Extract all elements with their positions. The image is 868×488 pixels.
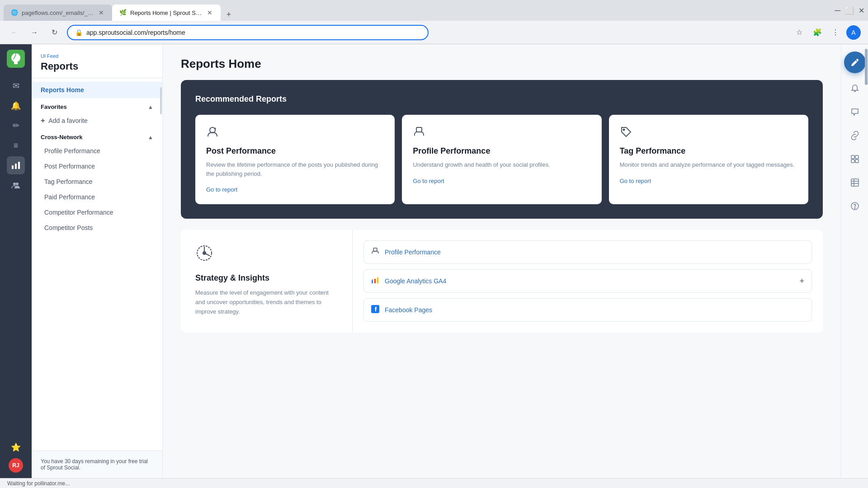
- lock-icon: 🔒: [75, 29, 83, 36]
- strategy-right-panel: Profile Performance: [353, 230, 823, 333]
- strategy-row-profile-label: Profile Performance: [385, 249, 441, 256]
- user-avatar[interactable]: RJ: [9, 458, 23, 473]
- favorites-label: Favorites: [41, 103, 67, 110]
- profile-performance-icon: [413, 126, 590, 141]
- recommended-reports-grid: Post Performance Review the lifetime per…: [195, 115, 808, 204]
- sidebar-item-competitor-performance[interactable]: Competitor Performance: [32, 205, 162, 220]
- browser-tab-2[interactable]: 🌿 Reports Home | Sprout Social ✕: [112, 5, 221, 21]
- new-tab-button[interactable]: +: [222, 8, 235, 21]
- address-bar[interactable]: 🔒 app.sproutsocial.com/reports/home: [67, 25, 429, 40]
- svg-point-8: [623, 129, 624, 131]
- rail-icon-star[interactable]: ⭐: [7, 438, 25, 456]
- svg-rect-7: [416, 127, 422, 132]
- right-rail-grid[interactable]: [847, 151, 863, 167]
- profile-performance-card[interactable]: Profile Performance Understand growth an…: [402, 115, 601, 204]
- rail-icon-calendar[interactable]: ≡: [7, 136, 25, 155]
- post-performance-card-title: Post Performance: [206, 146, 384, 156]
- sidebar-section-cross-network[interactable]: Cross-Network ▲: [32, 128, 162, 143]
- sidebar-header: UI Feed Reports: [32, 44, 162, 78]
- svg-rect-11: [373, 248, 377, 251]
- svg-rect-22: [851, 179, 859, 186]
- post-performance-icon: [206, 126, 384, 141]
- strategy-row-profile-icon: [371, 247, 379, 257]
- tag-performance-card[interactable]: Tag Performance Monitor trends and analy…: [609, 115, 808, 204]
- right-rail-chat[interactable]: [847, 104, 863, 120]
- svg-rect-18: [851, 155, 854, 159]
- post-performance-card-link[interactable]: Go to report: [206, 186, 237, 193]
- sidebar-item-reports-home[interactable]: Reports Home: [32, 82, 162, 98]
- sidebar-title: Reports: [41, 61, 153, 72]
- svg-point-27: [854, 208, 855, 209]
- sprout-logo[interactable]: [7, 50, 25, 68]
- svg-point-15: [372, 279, 373, 280]
- ui-feed-link[interactable]: UI Feed: [41, 53, 153, 59]
- strategy-row-google-label: Google Analytics GA4: [385, 277, 446, 285]
- svg-rect-3: [18, 162, 20, 169]
- window-minimize[interactable]: ─: [835, 6, 840, 15]
- add-favorite-label: Add a favorite: [48, 117, 87, 124]
- forward-button[interactable]: →: [27, 25, 42, 40]
- sidebar-item-paid-performance[interactable]: Paid Performance: [32, 189, 162, 205]
- favorites-chevron: ▲: [148, 104, 153, 110]
- main-scrollbar-thumb: [865, 49, 868, 85]
- main-header: Reports Home: [163, 44, 841, 80]
- window-maximize[interactable]: ⬜: [845, 6, 854, 15]
- page-title: Reports Home: [181, 57, 823, 71]
- tab-close-2[interactable]: ✕: [206, 8, 213, 17]
- add-favorite-button[interactable]: + Add a favorite: [32, 113, 162, 128]
- chrome-profile-button[interactable]: A: [846, 25, 861, 40]
- sidebar-section-favorites[interactable]: Favorites ▲: [32, 98, 162, 113]
- svg-rect-13: [374, 279, 376, 283]
- post-performance-card[interactable]: Post Performance Review the lifetime per…: [195, 115, 395, 204]
- main-scrollbar-track[interactable]: [864, 44, 868, 442]
- cross-network-chevron: ▲: [148, 134, 153, 141]
- back-button[interactable]: ←: [7, 25, 22, 40]
- tag-performance-icon: [620, 126, 797, 141]
- strategy-left-panel: Strategy & Insights Measure the level of…: [181, 230, 353, 333]
- recommended-reports-title: Recommended Reports: [195, 94, 808, 104]
- profile-performance-card-link[interactable]: Go to report: [413, 178, 444, 184]
- strategy-row-fb-icon: [371, 305, 379, 315]
- rail-icon-compose[interactable]: ✏: [7, 117, 25, 135]
- rail-icon-analytics[interactable]: [7, 156, 25, 174]
- right-rail-help[interactable]: [847, 198, 863, 214]
- left-icon-rail: ✉ 🔔 ✏ ≡ ⭐ RJ: [0, 44, 32, 478]
- sidebar-item-competitor-posts[interactable]: Competitor Posts: [32, 220, 162, 235]
- strategy-row-google-plus[interactable]: +: [799, 277, 804, 286]
- right-rail-table[interactable]: [847, 174, 863, 191]
- browser-tab-1[interactable]: 🌐 pageflows.com/_emails/_/7fb5... ✕: [4, 5, 112, 21]
- tab-close-1[interactable]: ✕: [98, 8, 105, 17]
- sidebar-item-tag-performance[interactable]: Tag Performance: [32, 174, 162, 189]
- reload-button[interactable]: ↻: [47, 25, 61, 40]
- sidebar-scrollbar[interactable]: [160, 78, 162, 450]
- strategy-desc: Measure the level of engagement with you…: [195, 288, 338, 316]
- browser-menu-button[interactable]: ⋮: [828, 25, 843, 40]
- strategy-row-profile[interactable]: Profile Performance: [363, 240, 812, 264]
- tab-favicon-1: 🌐: [11, 9, 18, 16]
- sidebar-item-post-performance[interactable]: Post Performance: [32, 159, 162, 174]
- svg-rect-14: [377, 277, 378, 283]
- strategy-row-google[interactable]: Google Analytics GA4 +: [363, 269, 812, 293]
- tab-favicon-2: 🌿: [119, 9, 127, 16]
- trial-notice: You have 30 days remaining in your free …: [32, 450, 162, 478]
- svg-rect-1: [12, 165, 14, 169]
- rail-icon-alerts[interactable]: 🔔: [7, 97, 25, 115]
- extensions-button[interactable]: 🧩: [810, 25, 825, 40]
- rail-icon-inbox[interactable]: ✉: [7, 77, 25, 95]
- profile-performance-card-desc: Understand growth and health of your soc…: [413, 160, 590, 169]
- right-rail-link[interactable]: [847, 127, 863, 144]
- svg-rect-20: [851, 160, 854, 163]
- sidebar-item-profile-performance[interactable]: Profile Performance: [32, 143, 162, 159]
- sidebar-scrollbar-thumb: [160, 87, 162, 114]
- strategy-row-facebook[interactable]: Facebook Pages: [363, 298, 812, 322]
- svg-rect-19: [855, 155, 859, 159]
- tag-performance-card-link[interactable]: Go to report: [620, 178, 651, 184]
- window-close[interactable]: ✕: [859, 6, 864, 15]
- right-rail-notifications[interactable]: [847, 80, 863, 97]
- status-bar: Waiting for pollinator.me...: [0, 478, 868, 488]
- rail-icon-users[interactable]: [7, 176, 25, 194]
- svg-point-5: [16, 183, 19, 185]
- bookmarks-star-button[interactable]: ☆: [792, 25, 807, 40]
- compose-fab[interactable]: [844, 52, 866, 73]
- tag-performance-card-desc: Monitor trends and analyze performance o…: [620, 160, 797, 169]
